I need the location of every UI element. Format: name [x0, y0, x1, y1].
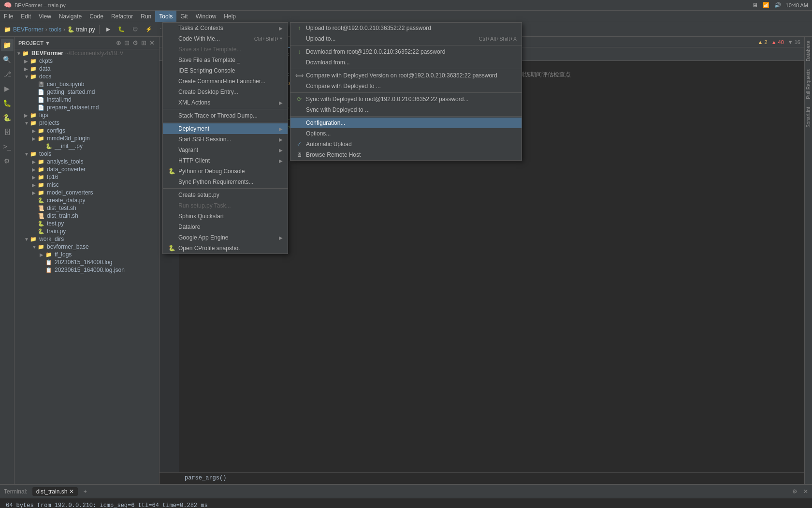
tree-item-ckpts[interactable]: ▶ 📁 ckpts	[14, 57, 159, 65]
tree-item-test[interactable]: ▶ 🐍 test.py	[14, 220, 159, 227]
sidebar-collapse-all-icon[interactable]: ⊟	[124, 39, 130, 47]
terminal-close-icon[interactable]: ✕	[803, 488, 808, 495]
tree-item-work-dirs[interactable]: ▼ 📁 work_dirs	[14, 235, 159, 243]
tree-item-log2[interactable]: ▶ 📋 20230615_164000.log.json	[14, 266, 159, 274]
tree-item-data[interactable]: ▶ 📁 data	[14, 65, 159, 73]
submenu-configuration[interactable]: Configuration...	[290, 118, 522, 128]
activity-settings[interactable]: ⚙	[1, 155, 14, 167]
tree-item-docs[interactable]: ▼ 📁 docs	[14, 73, 159, 80]
tree-item-tools[interactable]: ▼ 📁 tools	[14, 150, 159, 158]
tree-item-bevformer-base[interactable]: ▼ 📁 bevformer_base	[14, 243, 159, 251]
submenu-auto-upload[interactable]: ✓ Automatic Upload	[290, 139, 522, 149]
coverage-button[interactable]: 🛡	[130, 26, 141, 33]
tree-item-fp16[interactable]: ▶ 📁 fp16	[14, 173, 159, 181]
tree-item-bevformer[interactable]: ▼ 📁 BEVFormer ~/Documents/yzh/BEV	[14, 49, 159, 57]
menu-python-debug-console[interactable]: 🐍 Python or Debug Console	[163, 166, 288, 177]
file-link[interactable]: 🐍 train.py	[67, 26, 95, 33]
terminal-tab-dist-train[interactable]: dist_train.sh ✕	[32, 487, 78, 496]
tree-item-mmdet3d[interactable]: ▶ 📁 mmdet3d_plugin	[14, 134, 159, 142]
tree-item-init[interactable]: ▶ 🐍 __init__.py	[14, 142, 159, 150]
activity-python[interactable]: 🐍	[1, 111, 14, 124]
menu-run[interactable]: Run	[137, 11, 155, 22]
menu-vagrant[interactable]: Vagrant ▶	[163, 145, 288, 155]
menu-tasks-contexts[interactable]: Tasks & Contexts ▶	[163, 23, 288, 33]
activity-vcs[interactable]: ⎇	[1, 68, 14, 80]
terminal-tab-add[interactable]: +	[80, 487, 91, 496]
tree-item-can-bus[interactable]: ▶ 📓 can_bus.ipynb	[14, 80, 159, 88]
vertical-tab-database[interactable]: Database	[805, 37, 812, 65]
tree-item-figs[interactable]: ▶ 📁 figs	[14, 111, 159, 119]
menu-open-cprofile[interactable]: 🐍 Open CProfile snapshot	[163, 243, 288, 254]
tree-item-tf-logs[interactable]: ▶ 📁 tf_logs	[14, 251, 159, 258]
menu-navigate[interactable]: Navigate	[55, 11, 86, 22]
menu-deployment[interactable]: Deployment ▶	[163, 123, 288, 134]
activity-database[interactable]: 🗄	[1, 126, 14, 138]
tree-item-dist-train[interactable]: ▶ 📜 dist_train.sh	[14, 212, 159, 220]
tree-item-prepare[interactable]: ▶ 📄 prepare_dataset.md	[14, 104, 159, 111]
menu-xml-actions[interactable]: XML Actions ▶	[163, 97, 288, 108]
menu-window[interactable]: Window	[192, 11, 220, 22]
submenu-compare-to[interactable]: Compare with Deployed to ...	[290, 81, 522, 91]
menu-tools[interactable]: Tools	[155, 11, 176, 22]
menu-ssh-session[interactable]: Start SSH Session... ▶	[163, 134, 288, 145]
menu-run-setup[interactable]: Run setup.py Task...	[163, 200, 288, 211]
menu-datalore[interactable]: Datalore	[163, 222, 288, 232]
vertical-tab-pull-requests[interactable]: Pull Requests	[805, 65, 812, 103]
tree-item-getting-started[interactable]: ▶ 📄 getting_started.md	[14, 88, 159, 96]
submenu-download-from[interactable]: Download from...	[290, 57, 522, 68]
tree-item-configs[interactable]: ▶ 📁 configs	[14, 127, 159, 134]
menu-view[interactable]: View	[35, 11, 55, 22]
tree-item-data-converter[interactable]: ▶ 📁 data_converter	[14, 165, 159, 173]
sidebar-scope-icon[interactable]: ⊕	[116, 39, 122, 47]
menu-create-desktop[interactable]: Create Desktop Entry...	[163, 87, 288, 97]
menu-sync-requirements[interactable]: Sync Python Requirements...	[163, 177, 288, 187]
activity-debug[interactable]: 🐛	[1, 97, 14, 109]
tree-item-install[interactable]: ▶ 📄 install.md	[14, 96, 159, 104]
activity-run[interactable]: ▶	[1, 82, 14, 95]
run-button[interactable]: ▶	[103, 25, 113, 33]
tree-item-dist-test[interactable]: ▶ 📜 dist_test.sh	[14, 204, 159, 212]
menu-help[interactable]: Help	[220, 11, 240, 22]
activity-search[interactable]: 🔍	[1, 53, 14, 66]
project-name[interactable]: BEVFormer	[13, 26, 44, 33]
menu-file[interactable]: File	[0, 11, 17, 22]
submenu-sync-to[interactable]: Sync with Deployed to ...	[290, 105, 522, 115]
menu-save-live-template[interactable]: Save as Live Template...	[163, 44, 288, 55]
submenu-compare-deployed[interactable]: ⟺ Compare with Deployed Version on root@…	[290, 70, 522, 81]
menu-create-cmdline[interactable]: Create Command-line Launcher...	[163, 76, 288, 87]
tree-item-train[interactable]: ▶ 🐍 train.py	[14, 227, 159, 235]
submenu-browse-remote[interactable]: 🖥 Browse Remote Host	[290, 149, 522, 160]
terminal-settings-icon[interactable]: ⚙	[792, 488, 798, 495]
submenu-sync-deployed[interactable]: ⟳ Sync with Deployed to root@192.0.0.210…	[290, 94, 522, 105]
menu-ide-scripting[interactable]: IDE Scripting Console	[163, 65, 288, 76]
tools-link[interactable]: tools	[49, 26, 61, 33]
submenu-upload-password[interactable]: ↑ Upload to root@192.0.0.210:36352:22 pa…	[290, 23, 522, 33]
menu-git[interactable]: Git	[176, 11, 191, 22]
menu-refactor[interactable]: Refactor	[107, 11, 137, 22]
menu-http-client[interactable]: HTTP Client ▶	[163, 155, 288, 166]
tree-item-projects[interactable]: ▼ 📁 projects	[14, 119, 159, 127]
terminal-content[interactable]: 64 bytes from 192.0.0.210: icmp_seq=6 tt…	[0, 498, 812, 508]
activity-terminal[interactable]: >_	[1, 140, 14, 153]
submenu-options[interactable]: Options...	[290, 128, 522, 139]
menu-edit[interactable]: Edit	[17, 11, 35, 22]
submenu-upload-to[interactable]: Upload to... Ctrl+Alt+Shift+X	[290, 33, 522, 44]
menu-code[interactable]: Code	[86, 11, 107, 22]
sidebar-settings-icon[interactable]: ⊞	[141, 39, 147, 47]
tree-item-analysis[interactable]: ▶ 📁 analysis_tools	[14, 158, 159, 165]
profile-button[interactable]: ⚡	[143, 25, 155, 33]
menu-save-file-template[interactable]: Save File as Template _	[163, 55, 288, 65]
submenu-download-password[interactable]: ↓ Download from root@192.0.0.210:36352:2…	[290, 46, 522, 57]
menu-google-app-engine[interactable]: Google App Engine ▶	[163, 232, 288, 243]
menu-stack-trace[interactable]: Stack Trace or Thread Dump...	[163, 110, 288, 121]
vertical-tab-sonarlint[interactable]: SonarLint	[805, 103, 812, 132]
tree-item-create-data[interactable]: ▶ 🐍 create_data.py	[14, 196, 159, 204]
tree-item-model-converters[interactable]: ▶ 📁 model_converters	[14, 189, 159, 196]
activity-project[interactable]: 📁	[1, 39, 14, 51]
debug-button[interactable]: 🐛	[115, 25, 128, 33]
sidebar-sort-icon[interactable]: ⚙	[132, 39, 139, 47]
menu-create-setup[interactable]: Create setup.py	[163, 190, 288, 200]
sidebar-close-icon[interactable]: ✕	[149, 39, 155, 47]
menu-sphinx[interactable]: Sphinx Quickstart	[163, 211, 288, 222]
menu-code-with-me[interactable]: Code With Me... Ctrl+Shift+Y	[163, 33, 288, 44]
